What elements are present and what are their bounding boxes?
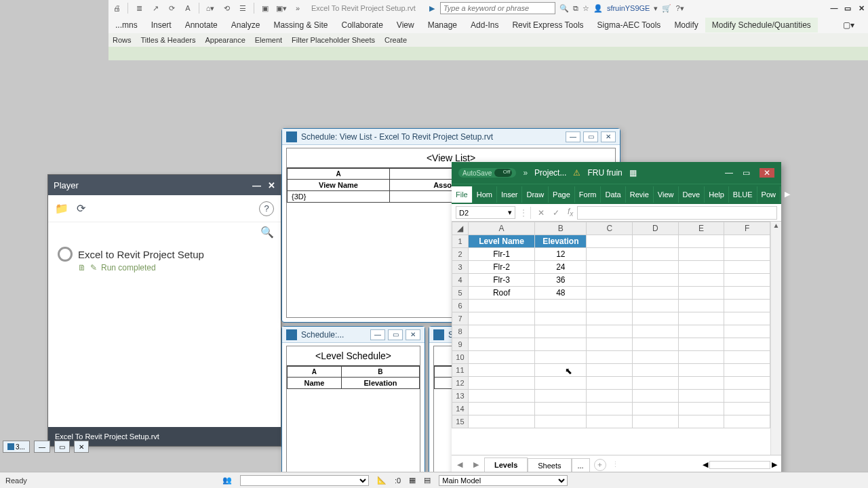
tab-modify-sched[interactable]: Modify Schedule/Quantities — [705, 18, 818, 33]
etab-draw[interactable]: Draw — [522, 186, 549, 203]
etab-pow[interactable]: Pow — [757, 186, 781, 203]
panel-appearance[interactable]: Appearance — [205, 36, 245, 44]
sheet-tab-sheets[interactable]: Sheets — [528, 458, 571, 472]
name-box[interactable]: D2▾ — [456, 206, 515, 219]
hscroll-right[interactable]: ▶ — [772, 460, 777, 469]
star-icon[interactable]: ☆ — [583, 4, 589, 13]
panel-rows[interactable]: Rows — [113, 36, 132, 44]
folder-icon[interactable]: 📁 — [55, 202, 68, 215]
vscroll[interactable]: ▲ — [770, 222, 781, 455]
print-icon[interactable]: 🖨 — [110, 1, 123, 15]
excel-close[interactable]: ✕ — [760, 168, 774, 178]
etab-file[interactable]: File — [452, 186, 473, 203]
tab-sigma[interactable]: Sigma-AEC Tools — [591, 18, 668, 33]
close-button[interactable]: ✕ — [854, 4, 868, 13]
etab-page[interactable]: Page — [549, 186, 575, 203]
panel-element[interactable]: Element — [255, 36, 282, 44]
home-icon[interactable]: ⌂▾ — [203, 1, 217, 15]
fwd-icon[interactable]: » — [291, 1, 304, 15]
etab-blue[interactable]: BLUE — [729, 186, 757, 203]
tab-manage[interactable]: Manage — [421, 18, 464, 33]
tree-icon[interactable]: ☰ — [236, 1, 250, 15]
sheet-tab-levels[interactable]: Levels — [484, 458, 528, 473]
search-input[interactable] — [440, 2, 555, 14]
etab-dev[interactable]: Deve — [679, 186, 705, 203]
tab-prev[interactable]: ...mns — [108, 18, 144, 33]
chev-right-icon[interactable]: ▶ — [425, 1, 439, 15]
box2-icon[interactable]: ▣▾ — [275, 1, 288, 15]
restore-button[interactable]: ▭ — [841, 4, 854, 13]
tab-annotate[interactable]: Annotate — [178, 18, 224, 33]
text-icon[interactable]: A — [181, 1, 195, 15]
measure-icon[interactable]: ↗ — [149, 1, 162, 15]
fx-accept-icon[interactable]: ✓ — [549, 208, 564, 218]
etab-help[interactable]: Help — [705, 186, 729, 203]
excel-share-icon[interactable]: ▦ — [629, 168, 637, 178]
workset-select[interactable] — [240, 475, 369, 486]
minimize-button[interactable]: — — [827, 4, 841, 13]
cart-icon[interactable]: 🛒 — [662, 4, 671, 13]
script-item[interactable]: Excel to Revit Project Setup 🗎✎Run compl… — [48, 241, 281, 278]
binoculars-icon[interactable]: 🔍 — [559, 4, 569, 13]
etab-data[interactable]: Data — [601, 186, 625, 203]
sv2-icon[interactable]: ▤ — [424, 476, 431, 485]
rotate-icon[interactable]: ⟳ — [165, 1, 178, 15]
tab-collab[interactable]: Collaborate — [334, 18, 389, 33]
sched1-max[interactable]: ▭ — [583, 131, 598, 142]
tab-addins[interactable]: Add-Ins — [464, 18, 505, 33]
tab-express[interactable]: Revit Express Tools — [505, 18, 590, 33]
hscroll-left[interactable]: ◀ — [703, 460, 708, 469]
taskbar-min[interactable]: — — [34, 441, 50, 453]
etab-insert[interactable]: Inser — [497, 186, 522, 203]
taskbar-close[interactable]: ✕ — [74, 441, 89, 453]
refresh-icon[interactable]: ⟳ — [77, 202, 85, 215]
dp-help-icon[interactable]: ? — [259, 201, 274, 216]
sched2-max[interactable]: ▭ — [388, 329, 403, 340]
sched2-min[interactable]: — — [370, 329, 385, 340]
tabnav-next[interactable]: ▶ — [468, 460, 484, 469]
box1-icon[interactable]: ▣ — [258, 1, 272, 15]
worksets-icon[interactable]: 👥 — [222, 476, 232, 485]
model-select[interactable]: Main Model — [439, 475, 568, 486]
user-drop-icon[interactable]: ▾ — [654, 4, 658, 13]
sync-icon[interactable]: ⟲ — [220, 1, 233, 15]
link-icon[interactable]: ⧉ — [573, 4, 578, 13]
panel-titles[interactable]: Titles & Headers — [141, 36, 196, 44]
taskbar-max[interactable]: ▭ — [54, 441, 70, 453]
help-icon[interactable]: ?▾ — [675, 4, 684, 13]
sheet-tab-more[interactable]: ... — [572, 458, 590, 472]
etab-more-icon[interactable]: ▶ — [781, 186, 794, 203]
dp-close-button[interactable]: ✕ — [268, 180, 275, 190]
sv1-icon[interactable]: ▦ — [409, 476, 416, 485]
add-sheet-button[interactable]: ＋ — [594, 459, 606, 471]
sched2-close[interactable]: ✕ — [406, 329, 420, 340]
panel-toggle-icon[interactable]: ▢▾ — [836, 18, 861, 33]
taskbar-item[interactable]: 3... — [3, 441, 30, 453]
sheet-grid[interactable]: ◢ABCDEF1Level NameElevation2Flr-1123Flr-… — [452, 222, 770, 455]
excel-min[interactable]: — — [725, 168, 733, 178]
dp-min-button[interactable]: — — [252, 180, 261, 190]
fx-cancel-icon[interactable]: ✕ — [534, 208, 549, 218]
formula-bar[interactable] — [577, 206, 777, 220]
tabnav-prev[interactable]: ◀ — [452, 460, 468, 469]
excel-max[interactable]: ▭ — [743, 168, 750, 178]
align-icon[interactable]: ≣ — [132, 1, 146, 15]
qa-more-icon[interactable]: » — [523, 168, 528, 178]
etab-view[interactable]: View — [654, 186, 679, 203]
tab-analyze[interactable]: Analyze — [224, 18, 267, 33]
autosave-toggle[interactable]: AutoSave — [458, 168, 516, 178]
panel-filter[interactable]: Filter Placeholder Sheets — [292, 36, 375, 44]
hscroll[interactable] — [709, 461, 770, 469]
sched1-min[interactable]: — — [566, 131, 580, 142]
sched1-close[interactable]: ✕ — [601, 131, 616, 142]
etab-home[interactable]: Hom — [473, 186, 497, 203]
tab-massing[interactable]: Massing & Site — [267, 18, 334, 33]
tab-insert[interactable]: Insert — [144, 18, 178, 33]
scale-icon[interactable]: 📐 — [377, 476, 387, 485]
dp-search-icon[interactable]: 🔍 — [260, 226, 274, 239]
tab-modify[interactable]: Modify — [667, 18, 705, 33]
etab-review[interactable]: Revie — [626, 186, 654, 203]
fx-icon[interactable]: fx — [564, 207, 577, 218]
tab-view[interactable]: View — [390, 18, 421, 33]
panel-create[interactable]: Create — [384, 36, 407, 44]
